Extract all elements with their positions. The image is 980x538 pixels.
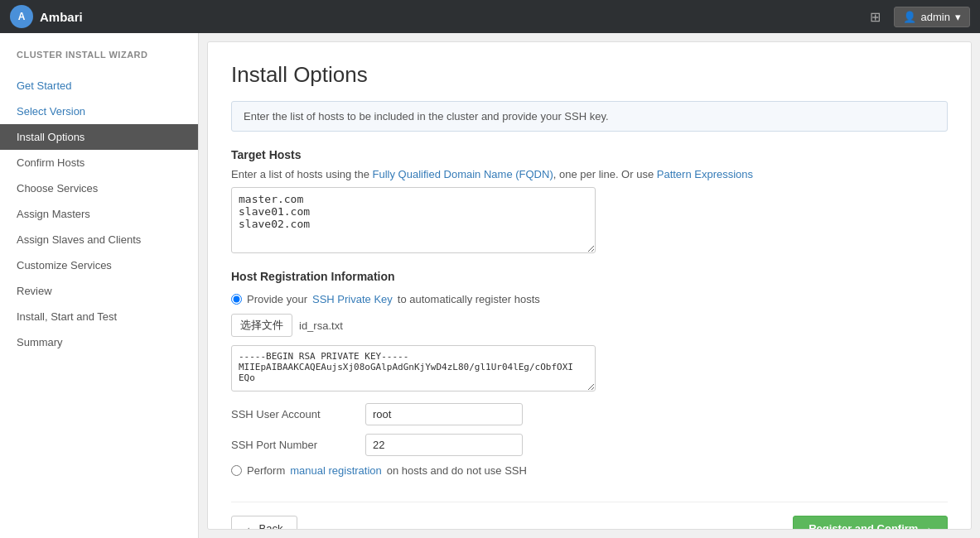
ssh-user-row: SSH User Account (231, 403, 948, 425)
ssh-port-row: SSH Port Number (231, 434, 948, 456)
brand: A Ambari (10, 5, 83, 28)
radio-manual-post: on hosts and do not use SSH (387, 464, 527, 477)
admin-dropdown[interactable]: 👤 admin ▾ (894, 7, 970, 27)
desc-mid: , one per line. Or use (553, 168, 657, 180)
sidebar-item-confirm-hosts[interactable]: Confirm Hosts (0, 150, 198, 175)
info-box: Enter the list of hosts to be included i… (231, 101, 948, 132)
brand-name: Ambari (40, 10, 83, 24)
sidebar-item-choose-services[interactable]: Choose Services (0, 175, 198, 201)
ssh-private-key-link[interactable]: SSH Private Key (312, 293, 393, 305)
pattern-expressions-link[interactable]: Pattern Expressions (657, 168, 753, 180)
ssh-user-input[interactable] (365, 403, 523, 425)
radio-manual-row: Perform manual registration on hosts and… (231, 464, 948, 477)
main-layout: CLUSTER INSTALL WIZARD Get Started Selec… (0, 33, 980, 538)
fqdn-text: Fully Qualified Domain Name (FQDN) (373, 168, 553, 180)
radio-ssh[interactable] (231, 294, 242, 305)
ssh-port-label: SSH Port Number (231, 439, 355, 451)
brand-logo: A (10, 5, 33, 28)
grid-icon[interactable]: ⊞ (870, 9, 881, 25)
sidebar-item-install-options[interactable]: Install Options (0, 124, 198, 150)
page-title: Install Options (231, 62, 948, 88)
caret-icon: ▾ (955, 11, 961, 23)
content-area: Install Options Enter the list of hosts … (207, 41, 972, 530)
manual-registration-link[interactable]: manual registration (290, 464, 382, 477)
radio-ssh-pre: Provide your (247, 293, 307, 305)
hosts-textarea[interactable]: master.com slave01.com slave02.com (231, 187, 596, 253)
sidebar-item-assign-masters[interactable]: Assign Masters (0, 201, 198, 227)
host-registration-section: Host Registration Information Provide yo… (231, 270, 948, 477)
radio-manual-pre: Perform (247, 464, 285, 477)
back-button[interactable]: ← Back (231, 516, 297, 530)
target-hosts-desc: Enter a list of hosts using the Fully Qu… (231, 168, 948, 180)
sidebar-item-review[interactable]: Review (0, 278, 198, 304)
navbar: A Ambari ⊞ 👤 admin ▾ (0, 0, 980, 33)
admin-label: admin (921, 11, 950, 23)
radio-ssh-row: Provide your SSH Private Key to automati… (231, 293, 948, 305)
sidebar-item-install-start-test[interactable]: Install, Start and Test (0, 304, 198, 329)
sidebar-item-customize-services[interactable]: Customize Services (0, 252, 198, 278)
radio-ssh-post: to automatically register hosts (398, 293, 540, 305)
choose-file-button[interactable]: 选择文件 (231, 314, 292, 337)
footer-buttons: ← Back Register and Confirm → (231, 502, 948, 530)
sidebar-title: CLUSTER INSTALL WIZARD (0, 50, 198, 73)
user-icon: 👤 (903, 11, 916, 23)
register-confirm-button[interactable]: Register and Confirm → (793, 516, 948, 530)
navbar-right: ⊞ 👤 admin ▾ (870, 7, 970, 27)
desc-pre: Enter a list of hosts using the (231, 168, 373, 180)
ssh-user-label: SSH User Account (231, 408, 355, 420)
sidebar-item-summary[interactable]: Summary (0, 329, 198, 355)
sidebar: CLUSTER INSTALL WIZARD Get Started Selec… (0, 33, 199, 538)
sidebar-item-assign-slaves[interactable]: Assign Slaves and Clients (0, 227, 198, 252)
host-registration-title: Host Registration Information (231, 270, 948, 283)
target-hosts-title: Target Hosts (231, 148, 948, 161)
radio-manual[interactable] (231, 465, 242, 476)
file-row: 选择文件 id_rsa.txt (231, 314, 948, 337)
ssh-port-input[interactable] (365, 434, 523, 456)
sidebar-item-select-version[interactable]: Select Version (0, 98, 198, 124)
file-name-label: id_rsa.txt (299, 319, 343, 332)
sidebar-item-get-started[interactable]: Get Started (0, 73, 198, 98)
ssh-key-textarea[interactable]: -----BEGIN RSA PRIVATE KEY----- MIIEpAIB… (231, 345, 596, 391)
